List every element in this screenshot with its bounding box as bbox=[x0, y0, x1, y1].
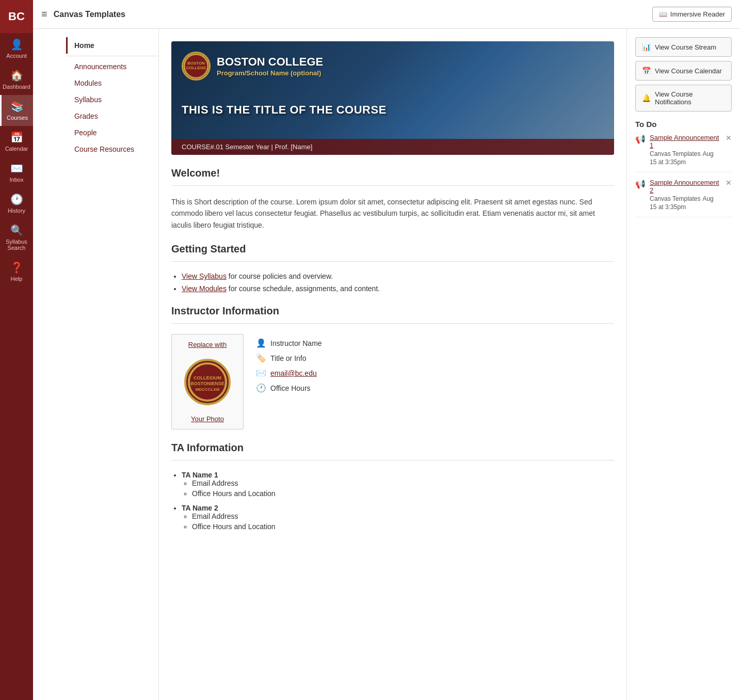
todo-item-1-close[interactable]: ✕ bbox=[726, 134, 732, 142]
nav-label-help: Help bbox=[11, 276, 23, 282]
instructor-email-link[interactable]: email@bc.edu bbox=[270, 369, 317, 377]
nav-label-account: Account bbox=[6, 53, 27, 59]
nav-item-help[interactable]: ❓ Help bbox=[0, 256, 33, 287]
nav-item-courses[interactable]: 📚 Courses bbox=[0, 95, 33, 126]
global-nav: BC 👤 Account 🏠 Dashboard 📚 Courses 📅 Cal… bbox=[0, 0, 33, 700]
course-title: Canvas Templates bbox=[54, 10, 646, 19]
instructor-name-row: 👤 Instructor Name bbox=[256, 338, 322, 348]
nav-label-inbox: Inbox bbox=[10, 177, 24, 183]
welcome-title: Welcome! bbox=[171, 167, 614, 179]
clock-icon: 🕐 bbox=[256, 383, 266, 393]
your-photo-text[interactable]: Your Photo bbox=[191, 415, 224, 423]
view-course-calendar-button[interactable]: 📅 View Course Calendar bbox=[635, 61, 732, 81]
nav-label-dashboard: Dashboard bbox=[3, 84, 30, 90]
dashboard-icon: 🏠 bbox=[10, 69, 23, 82]
nav-item-history[interactable]: 🕐 History bbox=[0, 188, 33, 219]
ta-info: TA Name 1 Email Address Office Hours and… bbox=[171, 471, 614, 531]
view-course-stream-button[interactable]: 📊 View Course Stream bbox=[635, 37, 732, 57]
announcement-icon-1: 📢 bbox=[635, 134, 646, 144]
courses-icon: 📚 bbox=[11, 100, 24, 113]
nav-announcements[interactable]: Announcements bbox=[66, 58, 158, 75]
todo-item-1-content: Sample Announcement 1 Canvas Templates A… bbox=[650, 134, 721, 166]
immersive-reader-icon: 📖 bbox=[659, 10, 667, 18]
svg-text:BOSTON: BOSTON bbox=[187, 61, 205, 66]
instructor-info: Replace with COLLEGIUM BOSTONIENSE MDCCC… bbox=[171, 334, 614, 429]
immersive-reader-button[interactable]: 📖 Immersive Reader bbox=[652, 7, 732, 22]
hamburger-button[interactable]: ≡ bbox=[41, 8, 47, 20]
view-calendar-label: View Course Calendar bbox=[655, 67, 722, 75]
help-icon: ❓ bbox=[10, 261, 23, 274]
ta-name-1: TA Name 1 bbox=[182, 471, 218, 479]
nav-grades[interactable]: Grades bbox=[66, 108, 158, 124]
banner-content: BOSTON COLLEGE BOSTON COLLEGE Program/Sc… bbox=[171, 41, 614, 155]
banner-logo-area: BOSTON COLLEGE BOSTON COLLEGE Program/Sc… bbox=[182, 52, 604, 81]
bc-name-block: BOSTON COLLEGE Program/School Name (opti… bbox=[217, 55, 323, 76]
view-modules-link[interactable]: View Modules bbox=[182, 284, 227, 293]
content-area: BOSTON COLLEGE BOSTON COLLEGE Program/Sc… bbox=[159, 29, 626, 700]
getting-started-section: View Syllabus for course policies and ov… bbox=[171, 272, 614, 293]
topbar: ≡ Canvas Templates 📖 Immersive Reader bbox=[33, 0, 740, 29]
announcement-icon-2: 📢 bbox=[635, 179, 646, 189]
tag-icon: 🏷️ bbox=[256, 353, 266, 363]
nav-label-syllabus-search: Syllabus Search bbox=[2, 238, 31, 251]
person-icon: 👤 bbox=[256, 338, 266, 348]
todo-item-2: 📢 Sample Announcement 2 Canvas Templates… bbox=[635, 179, 732, 217]
todo-title: To Do bbox=[635, 120, 732, 129]
email-icon: ✉️ bbox=[256, 368, 266, 378]
instructor-title: Instructor Information bbox=[171, 305, 614, 317]
todo-item-2-link[interactable]: Sample Announcement 2 bbox=[650, 179, 721, 194]
todo-item-1-link[interactable]: Sample Announcement 1 bbox=[650, 134, 721, 149]
instructor-name: Instructor Name bbox=[270, 339, 322, 347]
replace-text[interactable]: Replace with bbox=[188, 341, 227, 348]
ta-2-hours: Office Hours and Location bbox=[192, 522, 614, 531]
nav-item-dashboard[interactable]: 🏠 Dashboard bbox=[0, 64, 33, 95]
calendar-btn-icon: 📅 bbox=[642, 67, 651, 75]
nav-label-calendar: Calendar bbox=[5, 146, 28, 152]
bc-seal: BOSTON COLLEGE bbox=[182, 52, 211, 81]
banner-course-title: THIS IS THE TITLE OF THE COURSE bbox=[182, 103, 604, 117]
modules-suffix: for course schedule, assignments, and co… bbox=[229, 284, 380, 293]
nav-home[interactable]: Home bbox=[66, 37, 158, 54]
instructor-title-info: Title or Info bbox=[270, 354, 307, 362]
ta-item-1: TA Name 1 Email Address Office Hours and… bbox=[182, 471, 614, 498]
nav-item-inbox[interactable]: ✉️ Inbox bbox=[0, 157, 33, 188]
instructor-office-hours: Office Hours bbox=[270, 384, 311, 392]
nav-course-resources[interactable]: Course Resources bbox=[66, 141, 158, 157]
nav-label-courses: Courses bbox=[7, 115, 28, 121]
syllabus-search-icon: 🔍 bbox=[10, 224, 23, 236]
view-syllabus-link[interactable]: View Syllabus bbox=[182, 272, 227, 280]
nav-people[interactable]: People bbox=[66, 124, 158, 141]
ta-divider bbox=[171, 460, 614, 460]
inbox-icon: ✉️ bbox=[10, 162, 23, 174]
bc-program-name: Program/School Name (optional) bbox=[217, 69, 323, 77]
instructor-email-row: ✉️ email@bc.edu bbox=[256, 368, 322, 378]
welcome-divider bbox=[171, 185, 614, 186]
instructor-hours-row: 🕐 Office Hours bbox=[256, 383, 322, 393]
bc-logo: BC bbox=[0, 0, 33, 33]
todo-item-2-close[interactable]: ✕ bbox=[726, 179, 732, 187]
nav-item-account[interactable]: 👤 Account bbox=[0, 33, 33, 64]
view-course-notifications-button[interactable]: 🔔 View Course Notifications bbox=[635, 85, 732, 112]
view-notifications-label: View Course Notifications bbox=[655, 90, 725, 106]
getting-started-divider bbox=[171, 261, 614, 262]
nav-label-history: History bbox=[8, 208, 25, 214]
ta-1-hours: Office Hours and Location bbox=[192, 489, 614, 498]
syllabus-suffix: for course policies and overview. bbox=[229, 272, 333, 280]
bell-icon: 🔔 bbox=[642, 94, 651, 102]
svg-text:COLLEGIUM: COLLEGIUM bbox=[194, 375, 221, 380]
ta-item-2: TA Name 2 Email Address Office Hours and… bbox=[182, 504, 614, 531]
course-nav: Home Announcements Modules Syllabus Grad… bbox=[66, 29, 159, 700]
todo-item-1-course: Canvas Templates bbox=[650, 150, 701, 157]
calendar-icon: 📅 bbox=[10, 131, 23, 144]
immersive-reader-label: Immersive Reader bbox=[670, 10, 725, 18]
bc-seal-large: COLLEGIUM BOSTONIENSE MDCCCLXIII bbox=[184, 359, 231, 405]
nav-item-syllabus-search[interactable]: 🔍 Syllabus Search bbox=[0, 219, 33, 256]
getting-started-title: Getting Started bbox=[171, 243, 614, 255]
stream-icon: 📊 bbox=[642, 43, 651, 51]
instructor-divider bbox=[171, 323, 614, 324]
ta-name-2: TA Name 2 bbox=[182, 504, 218, 512]
history-icon: 🕐 bbox=[10, 193, 23, 205]
nav-syllabus[interactable]: Syllabus bbox=[66, 91, 158, 108]
nav-item-calendar[interactable]: 📅 Calendar bbox=[0, 126, 33, 157]
nav-modules[interactable]: Modules bbox=[66, 75, 158, 91]
